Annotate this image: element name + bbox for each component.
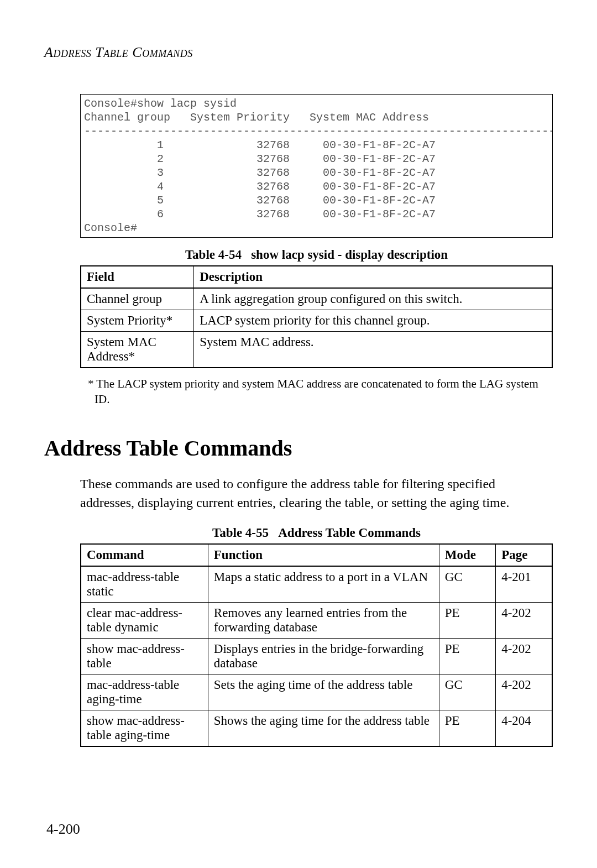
table-54: Field Description Channel group A link a…: [80, 265, 553, 368]
col-page: Page: [496, 544, 552, 566]
table-row: show mac-address-table aging-time Shows …: [81, 710, 552, 747]
cell-mode: GC: [439, 566, 495, 603]
cell-desc: System MAC address.: [194, 332, 552, 368]
console-output: Console#show lacp sysid Channel group Sy…: [80, 94, 553, 238]
col-mode: Mode: [439, 544, 495, 566]
table-55-label: Table 4-55: [212, 526, 269, 540]
cell-mode: PE: [439, 603, 495, 639]
cell-function: Removes any learned entries from the for…: [208, 603, 439, 639]
cell-page: 4-204: [496, 710, 552, 747]
cell-page: 4-202: [496, 639, 552, 674]
page: Address Table Commands Console#show lacp…: [0, 0, 597, 868]
table-54-label: Table 4-54: [185, 248, 242, 262]
cell-field: System Priority*: [81, 310, 194, 332]
cell-function: Shows the aging time for the address tab…: [208, 710, 439, 747]
section-heading: Address Table Commands: [44, 435, 553, 461]
table-row: System MAC Address* System MAC address.: [81, 332, 552, 368]
cell-function: Maps a static address to a port in a VLA…: [208, 566, 439, 603]
table-row: Channel group A link aggregation group c…: [81, 288, 552, 310]
table-54-footnote: * The LACP system priority and system MA…: [88, 376, 553, 407]
cell-desc: A link aggregation group configured on t…: [194, 288, 552, 310]
table-row: clear mac-address-table dynamic Removes …: [81, 603, 552, 639]
cell-mode: GC: [439, 674, 495, 710]
table-54-caption: Table 4-54 show lacp sysid - display des…: [80, 248, 553, 262]
table-55-title: Address Table Commands: [278, 526, 421, 540]
page-number: 4-200: [46, 821, 80, 838]
table-row: System Priority* LACP system priority fo…: [81, 310, 552, 332]
table-54-title: show lacp sysid - display description: [251, 248, 448, 262]
running-head: Address Table Commands: [44, 44, 553, 61]
table-55: Command Function Mode Page mac-address-t…: [80, 543, 553, 747]
table-row: mac-address-table static Maps a static a…: [81, 566, 552, 603]
cell-page: 4-201: [496, 566, 552, 603]
cell-desc: LACP system priority for this channel gr…: [194, 310, 552, 332]
table-row: Field Description: [81, 266, 552, 288]
cell-page: 4-202: [496, 674, 552, 710]
cell-mode: PE: [439, 639, 495, 674]
content-block: Console#show lacp sysid Channel group Sy…: [80, 94, 553, 747]
cell-field: Channel group: [81, 288, 194, 310]
cell-mode: PE: [439, 710, 495, 747]
col-command: Command: [81, 544, 208, 566]
cell-command: mac-address-table aging-time: [81, 674, 208, 710]
cell-function: Displays entries in the bridge-forwardin…: [208, 639, 439, 674]
table-row: mac-address-table aging-time Sets the ag…: [81, 674, 552, 710]
cell-command: show mac-address-table aging-time: [81, 710, 208, 747]
col-description: Description: [194, 266, 552, 288]
table-row: show mac-address-table Displays entries …: [81, 639, 552, 674]
body-paragraph: These commands are used to configure the…: [80, 474, 553, 513]
cell-function: Sets the aging time of the address table: [208, 674, 439, 710]
col-function: Function: [208, 544, 439, 566]
table-55-caption: Table 4-55 Address Table Commands: [80, 526, 553, 540]
cell-command: show mac-address-table: [81, 639, 208, 674]
col-field: Field: [81, 266, 194, 288]
cell-command: clear mac-address-table dynamic: [81, 603, 208, 639]
cell-field: System MAC Address*: [81, 332, 194, 368]
table-row: Command Function Mode Page: [81, 544, 552, 566]
cell-command: mac-address-table static: [81, 566, 208, 603]
cell-page: 4-202: [496, 603, 552, 639]
